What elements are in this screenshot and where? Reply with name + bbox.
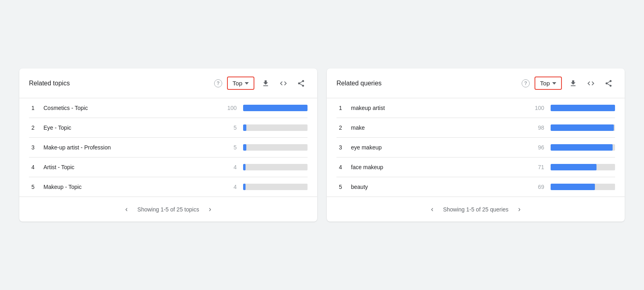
row-label: Make-up artist - Profession: [43, 144, 216, 151]
table-row: 1 Cosmetics - Topic 100: [29, 98, 308, 118]
topics-title: Related topics: [29, 80, 209, 87]
embed-icon: [279, 79, 287, 87]
queries-next-button[interactable]: ›: [515, 203, 524, 215]
queries-dropdown[interactable]: Top: [535, 77, 562, 90]
row-label: eye makeup: [351, 144, 523, 151]
bar-container: [243, 105, 308, 111]
bar-fill: [551, 124, 614, 131]
queries-card: Related queries ? Top 1 makeup artist 10…: [327, 68, 625, 222]
bar-fill: [243, 124, 246, 131]
queries-footer-text: Showing 1-5 of 25 queries: [443, 206, 509, 213]
table-row: 3 Make-up artist - Profession 5: [29, 138, 308, 157]
embed-icon: [587, 79, 595, 87]
row-value: 100: [222, 105, 237, 111]
bar-container: [243, 144, 308, 151]
bar-container: [243, 184, 308, 190]
queries-dropdown-arrow-icon: [552, 82, 556, 85]
bar-fill: [243, 105, 308, 111]
share-icon: [297, 79, 305, 87]
bar-fill: [551, 184, 595, 190]
row-index: 5: [29, 184, 37, 190]
row-label: beauty: [351, 184, 523, 190]
bar-container: [551, 184, 615, 190]
table-row: 5 Makeup - Topic 4: [29, 177, 308, 197]
topics-dropdown[interactable]: Top: [227, 77, 254, 90]
bar-container: [551, 164, 615, 170]
queries-prev-button[interactable]: ‹: [428, 203, 437, 215]
download-icon: [569, 79, 577, 87]
queries-dropdown-label: Top: [540, 80, 550, 87]
bar-container: [551, 144, 615, 151]
topics-rows: 1 Cosmetics - Topic 100 2 Eye - Topic 5 …: [19, 98, 317, 197]
topics-header: Related topics ? Top: [19, 68, 317, 98]
bar-fill: [243, 184, 246, 190]
row-index: 1: [29, 105, 37, 111]
row-value: 4: [222, 164, 237, 170]
topics-embed-button[interactable]: [277, 77, 290, 90]
row-index: 4: [336, 164, 345, 170]
queries-help-icon[interactable]: ?: [522, 79, 530, 87]
topics-share-button[interactable]: [295, 77, 308, 90]
queries-header: Related queries ? Top: [327, 68, 625, 98]
topics-dropdown-arrow-icon: [245, 82, 249, 85]
topics-download-button[interactable]: [259, 77, 272, 90]
row-value: 5: [222, 144, 237, 151]
table-row: 4 Artist - Topic 4: [29, 157, 308, 177]
bar-container: [243, 124, 308, 131]
row-label: Artist - Topic: [43, 164, 216, 170]
row-value: 96: [530, 144, 544, 151]
row-value: 100: [530, 105, 544, 111]
bar-fill: [243, 164, 246, 170]
topics-prev-button[interactable]: ‹: [122, 203, 131, 215]
table-row: 3 eye makeup 96: [336, 138, 615, 157]
topics-help-icon[interactable]: ?: [214, 79, 222, 87]
bar-container: [243, 164, 308, 170]
table-row: 5 beauty 69: [336, 177, 615, 197]
row-value: 4: [222, 184, 237, 190]
row-index: 5: [336, 184, 345, 190]
topics-next-button[interactable]: ›: [206, 203, 215, 215]
topics-footer: ‹ Showing 1-5 of 25 topics ›: [19, 197, 317, 222]
bar-fill: [551, 164, 597, 170]
row-index: 2: [336, 124, 345, 131]
queries-download-button[interactable]: [567, 77, 580, 90]
table-row: 1 makeup artist 100: [336, 98, 615, 118]
table-row: 2 Eye - Topic 5: [29, 118, 308, 138]
row-label: Eye - Topic: [43, 124, 216, 131]
row-label: make: [351, 124, 523, 131]
queries-title: Related queries: [336, 80, 517, 87]
row-index: 3: [336, 144, 345, 151]
row-value: 71: [530, 164, 544, 170]
bar-container: [551, 105, 615, 111]
table-row: 2 make 98: [336, 118, 615, 138]
queries-share-button[interactable]: [602, 77, 615, 90]
row-label: face makeup: [351, 164, 523, 170]
queries-footer: ‹ Showing 1-5 of 25 queries ›: [327, 197, 625, 222]
row-label: Makeup - Topic: [43, 184, 216, 190]
queries-rows: 1 makeup artist 100 2 make 98 3 eye make…: [327, 98, 625, 197]
row-label: makeup artist: [351, 105, 523, 111]
row-index: 1: [336, 105, 345, 111]
bar-fill: [551, 105, 615, 111]
queries-embed-button[interactable]: [584, 77, 597, 90]
topics-footer-text: Showing 1-5 of 25 topics: [137, 206, 199, 213]
row-index: 2: [29, 124, 37, 131]
bar-fill: [551, 144, 613, 151]
topics-card: Related topics ? Top 1 Cosmetics - Topic…: [19, 68, 317, 222]
share-icon: [605, 79, 613, 87]
table-row: 4 face makeup 71: [336, 157, 615, 177]
row-label: Cosmetics - Topic: [43, 105, 216, 111]
row-value: 69: [530, 184, 544, 190]
bar-fill: [243, 144, 246, 151]
row-value: 5: [222, 124, 237, 131]
row-value: 98: [530, 124, 544, 131]
bar-container: [551, 124, 615, 131]
topics-dropdown-label: Top: [233, 80, 242, 87]
row-index: 3: [29, 144, 37, 151]
download-icon: [262, 79, 270, 87]
row-index: 4: [29, 164, 37, 170]
